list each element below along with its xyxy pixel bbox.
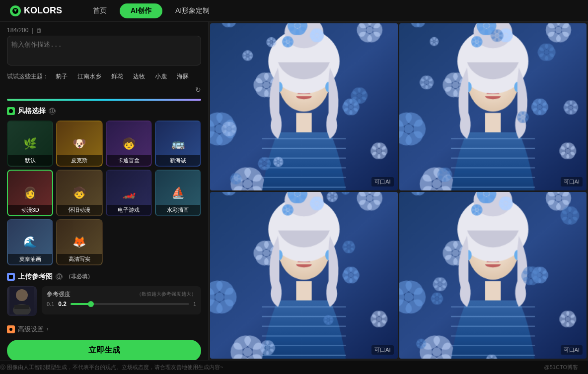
style-section-title: 风格选择 [18, 107, 46, 116]
clear-prompt-icon[interactable]: 🗑 [36, 27, 42, 34]
generate-section: 立即生成 [7, 336, 201, 360]
style-section-icon [7, 107, 15, 115]
topic-tag-4[interactable]: 小鹿 [152, 71, 170, 82]
nav-tab-ai-avatar[interactable]: AI形象定制 [164, 3, 220, 18]
gradient-bar [7, 99, 201, 101]
style-item-label-hidef: 高清写实 [57, 254, 101, 264]
watermark-2: 可口AI [561, 177, 583, 187]
bottom-footer: ⓪ 图像由人工智能模型生成，不代表平台的观点。立场或态度，请合理友善地使用生成内… [0, 360, 588, 374]
topic-tag-3[interactable]: 边牧 [130, 71, 148, 82]
style-item-default[interactable]: 🌿 默认 [7, 121, 53, 167]
avatar-thumbnail[interactable] [7, 286, 37, 316]
top-nav: KOLORS 首页 AI创作 AI形象定制 [0, 0, 588, 22]
image-cell-1[interactable]: 可口AI [210, 23, 398, 190]
slider-header: 参考强度 （数值越大参考强度越大） [47, 290, 196, 299]
logo-text: KOLORS [24, 5, 62, 16]
style-item-label-anime3d: 动漫3D [8, 205, 52, 215]
topic-tag-5[interactable]: 海豚 [174, 71, 192, 82]
slider-hint: （数值越大参考强度越大） [137, 291, 196, 298]
prompt-input[interactable] [7, 36, 201, 65]
advanced-label: 高级设置 [18, 325, 44, 334]
style-item-anime3d[interactable]: 👩 动漫3D [7, 170, 53, 216]
svg-point-4 [16, 289, 28, 301]
image-canvas-2 [399, 23, 587, 190]
watermark-1: 可口AI [371, 177, 393, 187]
watermark-4: 可口AI [561, 345, 583, 355]
svg-point-1 [9, 109, 13, 113]
image-canvas-4 [399, 192, 587, 359]
logo-icon [10, 5, 21, 16]
style-item-monet[interactable]: 🌊 莫奈油画 [7, 219, 53, 265]
style-info-icon[interactable]: ⓘ [49, 108, 56, 115]
chevron-right-icon: › [47, 326, 48, 332]
advanced-icon [7, 325, 15, 333]
image-grid: 可口AI 可口AI 可口AI 可口AI [209, 22, 588, 360]
style-item-racing[interactable]: 🏎️ 电子游戏 [106, 170, 152, 216]
style-item-label-pickles: 皮克斯 [57, 155, 101, 166]
style-section-header: 风格选择 ⓘ [7, 107, 201, 116]
image-cell-3[interactable]: 可口AI [210, 192, 398, 359]
upload-row: 参考强度 （数值越大参考强度越大） 0.1 0.2 1 [7, 286, 201, 316]
slider-thumb[interactable] [88, 301, 94, 307]
refresh-topics-button[interactable]: ↻ [195, 86, 201, 94]
style-item-label-default: 默认 [8, 155, 52, 166]
image-cell-4[interactable]: 可口AI [399, 192, 587, 359]
upload-section-icon [7, 273, 15, 281]
footer-blog: @51CTO博客 [544, 364, 588, 371]
style-item-label-cartoon: 卡通盲盒 [107, 155, 151, 166]
svg-rect-2 [9, 275, 13, 279]
slider-value: 0.2 [58, 301, 67, 308]
image-cell-2[interactable]: 可口AI [399, 23, 587, 190]
style-item-retro[interactable]: 🧒 怀旧动漫 [56, 170, 102, 216]
topics-row: 试试这些主题： 豹子 江南水乡 鲜花 边牧 小鹿 海豚 ↻ [7, 71, 201, 94]
optional-label: （非必填） [66, 273, 93, 280]
main-layout: 184/200 | 🗑 试试这些主题： 豹子 江南水乡 鲜花 边牧 小鹿 海豚 … [0, 22, 588, 360]
slider-title: 参考强度 [47, 290, 71, 299]
upload-section-title: 上传参考图 [18, 272, 53, 281]
style-item-label-retro: 怀旧动漫 [57, 205, 101, 215]
svg-point-7 [9, 328, 12, 331]
advanced-settings-row[interactable]: 高级设置 › [7, 321, 201, 336]
left-panel: 184/200 | 🗑 试试这些主题： 豹子 江南水乡 鲜花 边牧 小鹿 海豚 … [0, 22, 209, 360]
footer-notice: ⓪ 图像由人工智能模型生成，不代表平台的观点。立场或态度，请合理友善地使用生成内… [0, 364, 223, 371]
topics-label: 试试这些主题： [7, 72, 49, 81]
prompt-separator: | [31, 27, 33, 34]
style-item-label-racing: 电子游戏 [107, 205, 151, 215]
slider-track[interactable] [71, 303, 189, 305]
image-canvas-1 [210, 23, 398, 190]
topic-tag-1[interactable]: 江南水乡 [74, 71, 104, 82]
slider-max: 1 [193, 301, 196, 307]
topic-tag-0[interactable]: 豹子 [53, 71, 71, 82]
style-item-label-watercolor: 水彩插画 [156, 205, 200, 215]
prompt-counter: 184/200 [7, 27, 28, 34]
upload-section: 上传参考图 ⓘ （非必填） 参考强度 （数值越 [7, 272, 201, 316]
prompt-section: 184/200 | 🗑 [7, 27, 201, 67]
nav-tab-ai-create[interactable]: AI创作 [120, 3, 162, 18]
app-logo: KOLORS [10, 5, 62, 16]
style-item-label-monet: 莫奈油画 [8, 254, 52, 264]
slider-range-row: 0.1 0.2 1 [47, 301, 196, 308]
upload-info-icon[interactable]: ⓘ [56, 273, 63, 280]
nav-tabs: 首页 AI创作 AI形象定制 [82, 3, 220, 18]
style-item-hidef[interactable]: 🦊 高清写实 [56, 219, 102, 265]
image-canvas-3 [210, 192, 398, 359]
prompt-counter-row: 184/200 | 🗑 [7, 27, 201, 34]
style-item-newwave[interactable]: 🚌 新海诚 [155, 121, 201, 167]
style-grid: 🌿 默认 🐶 皮克斯 🧒 卡通盲盒 🚌 新海诚 👩 动漫3D 🧒 [7, 121, 201, 265]
style-item-pickles[interactable]: 🐶 皮克斯 [56, 121, 102, 167]
svg-rect-6 [14, 305, 29, 309]
style-item-cartoon[interactable]: 🧒 卡通盲盒 [106, 121, 152, 167]
generate-button[interactable]: 立即生成 [7, 340, 201, 360]
nav-tab-home[interactable]: 首页 [82, 3, 118, 18]
style-item-watercolor[interactable]: ⛵ 水彩插画 [155, 170, 201, 216]
watermark-3: 可口AI [371, 345, 393, 355]
slider-section: 参考强度 （数值越大参考强度越大） 0.1 0.2 1 [42, 286, 201, 314]
style-item-label-newwave: 新海诚 [156, 155, 200, 166]
upload-section-header: 上传参考图 ⓘ （非必填） [7, 272, 201, 281]
topic-tag-2[interactable]: 鲜花 [108, 71, 126, 82]
slider-min: 0.1 [47, 301, 54, 307]
